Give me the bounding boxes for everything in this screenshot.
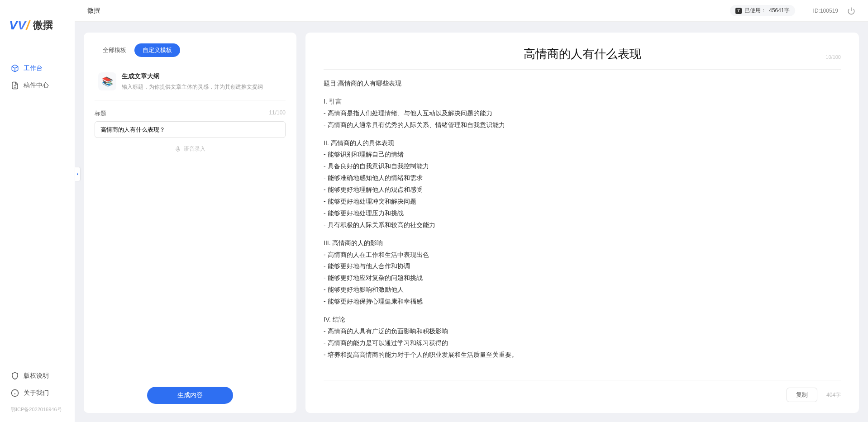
sidebar-item-workbench[interactable]: 工作台 bbox=[0, 60, 75, 77]
chevron-left-icon bbox=[75, 172, 80, 176]
content-line: - 高情商的人通常具有优秀的人际关系、情绪管理和自我意识能力 bbox=[324, 119, 841, 131]
document-title: 高情商的人有什么表现 bbox=[324, 46, 841, 62]
content-line: - 能够更好地与他人合作和协调 bbox=[324, 261, 841, 272]
main-area: 微撰 T 已使用： 45641字 ID:100519 全部模板 自定义模板 📚 … bbox=[75, 0, 868, 422]
template-info: 生成文章大纲 输入标题，为你提供文章主体的灵感，并为其创建推文提纲 bbox=[122, 72, 263, 91]
content-line: I. 引言 bbox=[324, 96, 841, 108]
content-line: 题目:高情商的人有哪些表现 bbox=[324, 78, 841, 90]
logo-mark-icon: VV/ bbox=[9, 18, 29, 33]
content-line: IV. 结论 bbox=[324, 314, 841, 326]
content-line: - 培养和提高高情商的能力对于个人的职业发展和生活质量至关重要。 bbox=[324, 349, 841, 361]
template-card[interactable]: 📚 生成文章大纲 输入标题，为你提供文章主体的灵感，并为其创建推文提纲 bbox=[95, 66, 286, 100]
power-icon[interactable] bbox=[847, 7, 855, 15]
document-icon bbox=[11, 81, 19, 90]
template-desc: 输入标题，为你提供文章主体的灵感，并为其创建推文提纲 bbox=[122, 83, 263, 91]
tab-custom-templates[interactable]: 自定义模板 bbox=[134, 43, 180, 57]
text-count-icon: T bbox=[735, 8, 742, 14]
output-panel: 高情商的人有什么表现 10/100 题目:高情商的人有哪些表现I. 引言- 高情… bbox=[305, 33, 859, 413]
sidebar-item-label: 版权说明 bbox=[24, 372, 49, 380]
content-line: - 能够更好地理解他人的观点和感受 bbox=[324, 184, 841, 196]
sidebar-item-label: 稿件中心 bbox=[24, 81, 49, 90]
content-line: - 能够更好地处理压力和挑战 bbox=[324, 208, 841, 219]
info-icon bbox=[11, 389, 19, 397]
topbar: 微撰 T 已使用： 45641字 ID:100519 bbox=[75, 0, 868, 22]
usage-label: 已使用： bbox=[744, 7, 766, 14]
voice-hint-text: 语音录入 bbox=[184, 145, 205, 153]
sidebar-item-about[interactable]: 关于我们 bbox=[11, 384, 64, 402]
sidebar-item-drafts[interactable]: 稿件中心 bbox=[0, 77, 75, 94]
brand-logo: VV/ 微撰 bbox=[0, 18, 75, 60]
sidebar-item-label: 关于我们 bbox=[24, 389, 49, 397]
title-divider bbox=[324, 69, 841, 70]
sidebar-item-label: 工作台 bbox=[24, 64, 43, 72]
workspace: 全部模板 自定义模板 📚 生成文章大纲 输入标题，为你提供文章主体的灵感，并为其… bbox=[75, 22, 868, 422]
content-line: - 能够准确地感知他人的情绪和需求 bbox=[324, 172, 841, 184]
title-field-header: 标题 11/100 bbox=[95, 109, 286, 118]
page-title: 微撰 bbox=[87, 7, 730, 15]
tab-all-templates[interactable]: 全部模板 bbox=[95, 43, 134, 57]
svg-rect-4 bbox=[177, 147, 179, 150]
icp-text: 鄂ICP备2022016946号 bbox=[0, 402, 75, 413]
document-title-counter: 10/100 bbox=[825, 54, 841, 60]
shield-icon bbox=[11, 372, 19, 380]
input-panel: 全部模板 自定义模板 📚 生成文章大纲 输入标题，为你提供文章主体的灵感，并为其… bbox=[84, 33, 296, 413]
sidebar-nav: 工作台 稿件中心 bbox=[0, 60, 75, 367]
voice-input-hint[interactable]: 语音录入 bbox=[95, 145, 286, 153]
template-title: 生成文章大纲 bbox=[122, 72, 263, 81]
brand-name: 微撰 bbox=[33, 19, 53, 32]
title-input[interactable] bbox=[95, 121, 286, 138]
sidebar-footer: 版权说明 关于我们 bbox=[0, 367, 75, 402]
content-line: - 高情商的人在工作和生活中表现出色 bbox=[324, 249, 841, 261]
usage-value: 45641字 bbox=[769, 7, 789, 14]
copy-button[interactable]: 复制 bbox=[787, 388, 817, 402]
content-line: - 具有积极的人际关系和较高的社交能力 bbox=[324, 219, 841, 231]
content-line: - 能够更好地应对复杂的问题和挑战 bbox=[324, 272, 841, 284]
title-field-label: 标题 bbox=[95, 109, 106, 118]
content-line: - 能够更好地处理冲突和解决问题 bbox=[324, 196, 841, 208]
generate-button[interactable]: 生成内容 bbox=[147, 387, 233, 404]
content-line: - 能够识别和理解自己的情绪 bbox=[324, 149, 841, 161]
content-line: - 高情商是指人们处理情绪、与他人互动以及解决问题的能力 bbox=[324, 108, 841, 119]
content-line: III. 高情商的人的影响 bbox=[324, 237, 841, 249]
content-line: II. 高情商的人的具体表现 bbox=[324, 138, 841, 149]
template-tabs: 全部模板 自定义模板 bbox=[95, 43, 286, 57]
content-line: - 高情商的能力是可以通过学习和练习获得的 bbox=[324, 337, 841, 349]
title-char-counter: 11/100 bbox=[269, 109, 286, 118]
content-line: - 高情商的人具有广泛的负面影响和积极影响 bbox=[324, 326, 841, 337]
content-line: - 具备良好的自我意识和自我控制能力 bbox=[324, 161, 841, 172]
word-count: 404字 bbox=[826, 391, 841, 399]
template-icon: 📚 bbox=[98, 72, 116, 90]
usage-badge: T 已使用： 45641字 bbox=[730, 5, 795, 16]
cube-icon bbox=[11, 64, 19, 72]
sidebar-collapse-toggle[interactable] bbox=[75, 167, 80, 181]
user-id: ID:100519 bbox=[813, 8, 838, 14]
output-footer: 复制 404字 bbox=[324, 380, 841, 402]
microphone-icon bbox=[175, 146, 181, 152]
content-line: - 能够更好地影响和激励他人 bbox=[324, 284, 841, 296]
content-line: - 能够更好地保持心理健康和幸福感 bbox=[324, 296, 841, 308]
sidebar: VV/ 微撰 工作台 稿件中心 版权说明 关于我们 鄂ICP备202201694… bbox=[0, 0, 75, 422]
sidebar-item-copyright[interactable]: 版权说明 bbox=[11, 367, 64, 384]
document-content[interactable]: 题目:高情商的人有哪些表现I. 引言- 高情商是指人们处理情绪、与他人互动以及解… bbox=[324, 78, 841, 375]
